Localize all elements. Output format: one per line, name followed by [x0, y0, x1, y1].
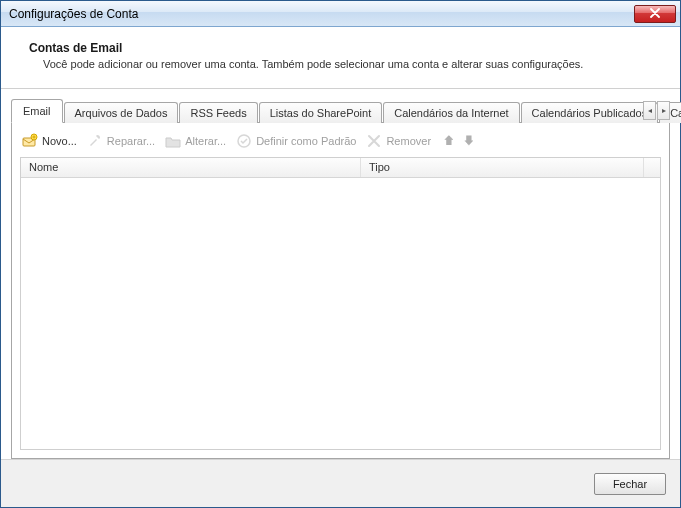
- chevron-left-icon: ◂: [648, 106, 652, 115]
- tab-published-calendars[interactable]: Calendários Publicados: [521, 102, 659, 123]
- footer: Fechar: [1, 459, 680, 507]
- new-mail-icon: [22, 133, 38, 149]
- change-label: Alterar...: [185, 135, 226, 147]
- set-default-button: Definir como Padrão: [236, 133, 356, 149]
- close-icon: [649, 7, 661, 21]
- dialog-window: Configurações de Conta Contas de Email V…: [0, 0, 681, 508]
- new-account-label: Novo...: [42, 135, 77, 147]
- header-title: Contas de Email: [29, 41, 660, 55]
- set-default-label: Definir como Padrão: [256, 135, 356, 147]
- tab-scroll-nav: ◂ ▸: [643, 101, 670, 120]
- chevron-right-icon: ▸: [662, 106, 666, 115]
- move-arrows: 🡅 🡇: [441, 133, 477, 149]
- column-type[interactable]: Tipo: [361, 158, 644, 177]
- remove-icon: [366, 133, 382, 149]
- close-dialog-button[interactable]: Fechar: [594, 473, 666, 495]
- close-button[interactable]: [634, 5, 676, 23]
- arrow-up-icon: 🡅: [443, 134, 455, 148]
- repair-icon: [87, 133, 103, 149]
- toolbar: Novo... Reparar... Alterar...: [20, 131, 661, 157]
- body-area: Email Arquivos de Dados RSS Feeds Listas…: [1, 89, 680, 459]
- window-title: Configurações de Conta: [9, 7, 634, 21]
- arrow-down-icon: 🡇: [463, 134, 475, 148]
- move-up-button: 🡅: [441, 133, 457, 149]
- repair-label: Reparar...: [107, 135, 155, 147]
- folder-icon: [165, 133, 181, 149]
- list-body: [21, 178, 660, 449]
- account-list[interactable]: Nome Tipo: [20, 157, 661, 450]
- column-name[interactable]: Nome: [21, 158, 361, 177]
- repair-button: Reparar...: [87, 133, 155, 149]
- list-header: Nome Tipo: [21, 158, 660, 178]
- tab-panel-email: Novo... Reparar... Alterar...: [11, 123, 670, 459]
- change-button: Alterar...: [165, 133, 226, 149]
- tab-rss-feeds[interactable]: RSS Feeds: [179, 102, 257, 123]
- column-spacer: [644, 158, 660, 177]
- header-description: Você pode adicionar ou remover uma conta…: [29, 58, 660, 70]
- tab-scroll-right-button[interactable]: ▸: [657, 101, 670, 120]
- tab-strip: Email Arquivos de Dados RSS Feeds Listas…: [11, 99, 670, 123]
- tab-email[interactable]: Email: [11, 99, 63, 123]
- tab-internet-calendars[interactable]: Calendários da Internet: [383, 102, 519, 123]
- remove-label: Remover: [386, 135, 431, 147]
- tab-scroll-left-button[interactable]: ◂: [643, 101, 656, 120]
- check-circle-icon: [236, 133, 252, 149]
- new-account-button[interactable]: Novo...: [22, 133, 77, 149]
- tab-sharepoint-lists[interactable]: Listas do SharePoint: [259, 102, 383, 123]
- tab-data-files[interactable]: Arquivos de Dados: [64, 102, 179, 123]
- client-area: Contas de Email Você pode adicionar ou r…: [1, 27, 680, 507]
- header-block: Contas de Email Você pode adicionar ou r…: [1, 27, 680, 89]
- title-bar: Configurações de Conta: [1, 1, 680, 27]
- move-down-button: 🡇: [461, 133, 477, 149]
- remove-button: Remover: [366, 133, 431, 149]
